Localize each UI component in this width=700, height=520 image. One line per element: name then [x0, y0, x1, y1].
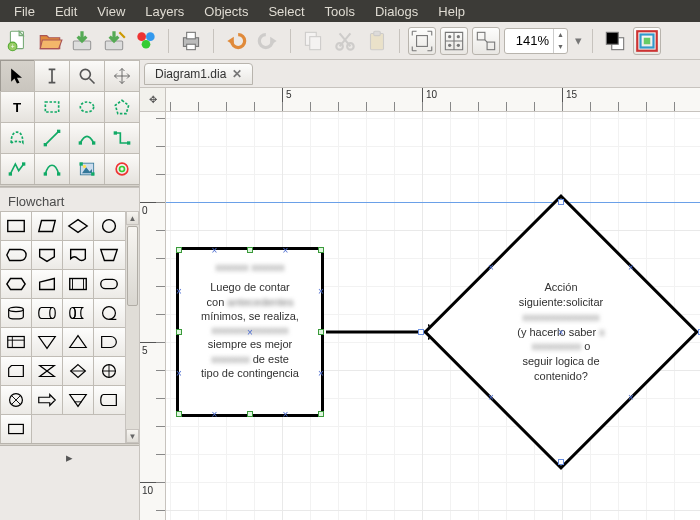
shape-document[interactable]	[62, 240, 94, 270]
flowchart-process-node[interactable]: xxxxxx xxxxxx Luego de contar con antece…	[176, 247, 324, 417]
cut-button[interactable]	[331, 27, 359, 55]
shape-extract[interactable]	[62, 327, 94, 357]
shape-predefined[interactable]	[62, 269, 94, 299]
zoom-dropdown[interactable]: ▾	[572, 33, 584, 48]
shape-io[interactable]	[31, 211, 63, 241]
ellipse-tool[interactable]	[69, 91, 105, 123]
menu-view[interactable]: View	[87, 2, 135, 21]
print-button[interactable]	[177, 27, 205, 55]
menu-help[interactable]: Help	[428, 2, 475, 21]
scroll-down-arrow[interactable]: ▼	[126, 429, 139, 443]
undo-button[interactable]	[222, 27, 250, 55]
beziergon-tool[interactable]	[0, 122, 35, 154]
shape-drum[interactable]	[62, 298, 94, 328]
menu-tools[interactable]: Tools	[315, 2, 365, 21]
zoom-up[interactable]: ▲	[554, 29, 567, 41]
svg-marker-66	[40, 278, 55, 289]
arc-tool[interactable]	[69, 122, 105, 154]
paste-button[interactable]	[363, 27, 391, 55]
palette-scrollbar[interactable]: ▲ ▼	[125, 211, 139, 443]
menu-layers[interactable]: Layers	[135, 2, 194, 21]
shape-collate[interactable]	[31, 356, 63, 386]
color-fg-bg[interactable]	[601, 27, 629, 55]
shape-merge[interactable]	[31, 327, 63, 357]
document-tab[interactable]: Diagram1.dia ✕	[144, 63, 253, 85]
shape-or[interactable]	[93, 356, 125, 386]
snap-grid-button[interactable]	[440, 27, 468, 55]
close-icon[interactable]: ✕	[232, 67, 242, 81]
shape-display[interactable]	[0, 240, 32, 270]
redo-button[interactable]	[254, 27, 282, 55]
bezier-tool[interactable]	[34, 153, 70, 185]
svg-point-71	[8, 307, 23, 312]
polygon-tool[interactable]	[104, 91, 140, 123]
save-button[interactable]	[68, 27, 96, 55]
menu-file[interactable]: File	[4, 2, 45, 21]
shape-offline[interactable]	[62, 385, 94, 415]
shape-manual-op[interactable]	[93, 240, 125, 270]
sheet-selector[interactable]: Flowchart	[0, 187, 139, 211]
svg-text:+: +	[11, 42, 15, 49]
svg-rect-51	[57, 172, 60, 175]
blurred-text: xxxxxx xxxxxx	[215, 260, 284, 274]
shape-card[interactable]	[0, 356, 32, 386]
outline-tool[interactable]	[104, 153, 140, 185]
color-select-button[interactable]	[633, 27, 661, 55]
vertical-ruler[interactable]: 0510	[140, 112, 166, 520]
shape-data[interactable]	[93, 385, 125, 415]
polyline-tool[interactable]	[0, 153, 35, 185]
new-file-button[interactable]: +	[4, 27, 32, 55]
shape-generic[interactable]	[0, 414, 32, 444]
svg-rect-20	[417, 35, 428, 46]
open-file-button[interactable]	[36, 27, 64, 55]
shape-database[interactable]	[31, 298, 63, 328]
svg-point-58	[119, 166, 124, 171]
box-tool[interactable]	[34, 91, 70, 123]
shape-decision[interactable]	[62, 211, 94, 241]
ruler-corner[interactable]: ✥	[140, 88, 166, 112]
shape-connector[interactable]	[93, 211, 125, 241]
scroll-tool[interactable]	[104, 60, 140, 92]
zoom-down[interactable]: ▼	[554, 41, 567, 53]
menu-objects[interactable]: Objects	[194, 2, 258, 21]
snap-object-button[interactable]	[472, 27, 500, 55]
text-tool[interactable]: T	[0, 91, 35, 123]
shape-sum[interactable]	[0, 385, 32, 415]
zoom-tool[interactable]	[69, 60, 105, 92]
zigzag-tool[interactable]	[104, 122, 140, 154]
menu-edit[interactable]: Edit	[45, 2, 87, 21]
zoom-input[interactable]	[505, 31, 553, 50]
shape-disk[interactable]	[0, 298, 32, 328]
svg-marker-80	[8, 365, 23, 376]
save-as-button[interactable]	[100, 27, 128, 55]
blurred-text: antecedentes	[227, 295, 293, 309]
shape-process[interactable]	[0, 211, 32, 241]
horizontal-ruler[interactable]: 5101520	[166, 88, 700, 112]
shape-transmit[interactable]	[31, 385, 63, 415]
zoom-field[interactable]: ▲▼	[504, 28, 568, 54]
shape-offpage[interactable]	[31, 240, 63, 270]
shape-terminal[interactable]	[93, 269, 125, 299]
zoom-extents-button[interactable]	[408, 27, 436, 55]
shape-delay[interactable]	[93, 327, 125, 357]
image-tool[interactable]	[69, 153, 105, 185]
menu-dialogs[interactable]: Dialogs	[365, 2, 428, 21]
text-edit-tool[interactable]	[34, 60, 70, 92]
copy-button[interactable]	[299, 27, 327, 55]
shape-sort[interactable]	[62, 356, 94, 386]
shape-manual-input[interactable]	[31, 269, 63, 299]
pointer-tool[interactable]	[0, 60, 35, 92]
shape-tape[interactable]	[93, 298, 125, 328]
toolbox-arrow-right[interactable]: ▸	[0, 446, 139, 520]
line-tool[interactable]	[34, 122, 70, 154]
shape-internal[interactable]	[0, 327, 32, 357]
shape-preparation[interactable]	[0, 269, 32, 299]
shape-palette	[0, 211, 125, 443]
drawing-canvas[interactable]: xxxxxx xxxxxx Luego de contar con antece…	[166, 112, 700, 520]
flowchart-decision-node[interactable]: Acción siguiente:solicitar xxxxxxxxxxxxx…	[421, 202, 700, 462]
scroll-up-arrow[interactable]: ▲	[126, 211, 139, 225]
scroll-thumb[interactable]	[127, 226, 138, 306]
export-button[interactable]	[132, 27, 160, 55]
menu-select[interactable]: Select	[258, 2, 314, 21]
tools-grid: T	[0, 60, 139, 184]
